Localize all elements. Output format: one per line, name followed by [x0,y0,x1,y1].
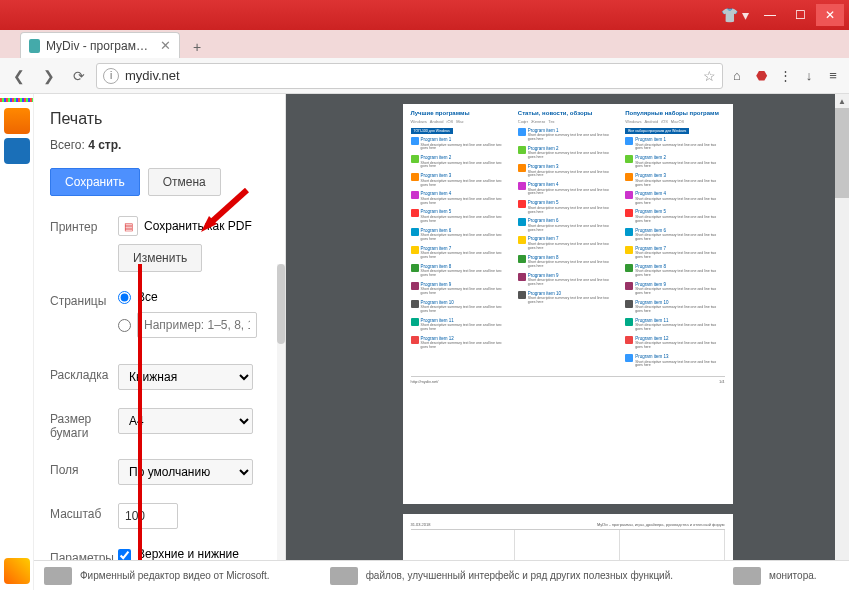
peek-badge-3 [4,558,30,584]
pdf-icon: ▤ [118,216,138,236]
maximize-button[interactable]: ☐ [786,4,814,26]
page-bottom-peek: Фирменный редактор видео от Microsoft. ф… [34,560,849,590]
site-info-icon[interactable]: i [103,68,119,84]
print-preview: Лучшие программы WindowsAndroidiOSMac ТО… [286,94,849,590]
minimize-button[interactable]: — [756,4,784,26]
preview-col-3: Популярные наборы программ WindowsAndroi… [625,110,724,372]
shirt-icon[interactable]: 👕 ▾ [721,7,749,23]
home-icon[interactable]: ⌂ [727,66,747,86]
main-area: Печать Всего: 4 стр. Сохранить Отмена Пр… [0,94,849,590]
menu-dots-icon[interactable]: ⋮ [775,66,795,86]
preview-scrollbar[interactable]: ▲ ▼ [835,94,849,590]
pages-range-input[interactable] [137,312,257,338]
close-window-button[interactable]: ✕ [816,4,844,26]
pages-all-radio[interactable] [118,291,131,304]
menu-bars-icon[interactable]: ≡ [823,66,843,86]
scale-label: Масштаб [50,503,118,521]
tab-favicon [29,39,40,53]
peek-badge-2 [4,138,30,164]
page-count: Всего: 4 стр. [50,138,273,152]
layout-label: Раскладка [50,364,118,382]
bookmark-star-icon[interactable]: ☆ [703,68,716,84]
panel-scrollbar[interactable] [277,264,285,590]
tab-title: MyDiv - программы, иг… [46,39,154,53]
back-button[interactable]: ❮ [6,63,32,89]
scroll-up-icon[interactable]: ▲ [835,94,849,108]
paper-size-label: Размер бумаги [50,408,118,441]
reload-button[interactable]: ⟳ [66,63,92,89]
ext-icon[interactable]: ↓ [799,66,819,86]
url-box[interactable]: i mydiv.net ☆ [96,63,723,89]
plugin-icon[interactable]: ⬣ [751,66,771,86]
peek-thumb [44,567,72,585]
peek-badge-1 [4,108,30,134]
margins-label: Поля [50,459,118,477]
preview-col-2: Статьи, новости, обзоры СофтЖелезоТех Pr… [518,110,617,372]
pages-label: Страницы [50,290,118,308]
preview-page-1: Лучшие программы WindowsAndroidiOSMac ТО… [403,104,733,504]
window-titlebar: 👕 ▾ — ☐ ✕ [0,0,849,30]
print-title: Печать [50,110,273,128]
url-text: mydiv.net [125,68,180,83]
printer-label: Принтер [50,216,118,234]
new-tab-button[interactable]: + [186,36,208,58]
printer-value: Сохранить как PDF [144,219,252,233]
scroll-thumb[interactable] [835,108,849,198]
scale-input[interactable] [118,503,178,529]
browser-tab[interactable]: MyDiv - программы, иг… ✕ [20,32,180,58]
forward-button[interactable]: ❯ [36,63,62,89]
peek-thumb [733,567,761,585]
preview-col-1: Лучшие программы WindowsAndroidiOSMac ТО… [411,110,510,372]
peek-thumb [330,567,358,585]
address-bar: ❮ ❯ ⟳ i mydiv.net ☆ ⌂ ⬣ ⋮ ↓ ≡ [0,58,849,94]
tab-close-icon[interactable]: ✕ [160,38,171,53]
print-panel: Печать Всего: 4 стр. Сохранить Отмена Пр… [34,94,286,590]
tab-strip: MyDiv - программы, иг… ✕ + [0,30,849,58]
pages-range-radio[interactable] [118,319,131,332]
page-left-peek [0,94,34,590]
cancel-button[interactable]: Отмена [148,168,221,196]
change-printer-button[interactable]: Изменить [118,244,202,272]
save-button[interactable]: Сохранить [50,168,140,196]
annotation-red-bar [138,264,142,590]
